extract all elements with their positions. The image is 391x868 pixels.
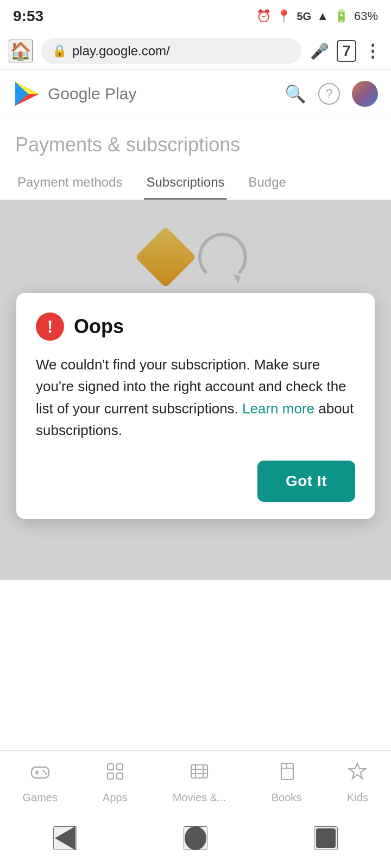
more-options-icon[interactable]: ⋮	[364, 41, 382, 61]
play-logo-icon	[13, 80, 41, 108]
nav-label-games: Games	[23, 792, 58, 804]
page-container: 9:53 ⏰ 📍 5G ▲ 🔋 63% 🏠 🔒 play.google.com/…	[0, 0, 391, 868]
recents-icon	[316, 828, 336, 848]
svg-rect-18	[281, 763, 293, 780]
status-icons: ⏰ 📍 5G ▲ 🔋 63%	[256, 9, 378, 23]
tabs-bar: Payment methods Subscriptions Budge	[0, 165, 391, 200]
svg-rect-9	[108, 764, 113, 770]
signal-icon: ▲	[317, 9, 329, 23]
location-icon: 📍	[276, 9, 291, 23]
svg-point-8	[45, 773, 47, 775]
status-bar: 9:53 ⏰ 📍 5G ▲ 🔋 63%	[0, 0, 391, 33]
nav-item-kids[interactable]: Kids	[346, 761, 368, 804]
page-title: Payments & subscriptions	[15, 133, 376, 156]
gplay-actions: 🔍 ?	[285, 81, 378, 107]
svg-rect-13	[191, 765, 207, 778]
got-it-button[interactable]: Got It	[257, 461, 355, 502]
nav-label-kids: Kids	[347, 792, 368, 804]
dialog-body: We couldn't find your subscription. Make…	[36, 354, 355, 441]
gplay-header: Google Play 🔍 ?	[0, 70, 391, 118]
exclamation-icon: !	[47, 318, 53, 335]
tab-payment-methods[interactable]: Payment methods	[5, 165, 134, 200]
home-icon	[185, 826, 206, 850]
gplay-name: Google Play	[48, 85, 136, 103]
nav-label-movies: Movies &...	[173, 792, 226, 804]
dialog-wrapper: ! Oops We couldn't find your subscriptio…	[0, 293, 391, 519]
alarm-icon: ⏰	[256, 9, 271, 23]
svg-rect-12	[117, 773, 123, 779]
dialog-title: Oops	[74, 315, 124, 338]
battery-text: 63%	[354, 9, 378, 23]
url-text: play.google.com/	[72, 43, 291, 59]
bottom-nav: Games Apps	[0, 750, 391, 814]
learn-more-link[interactable]: Learn more	[242, 400, 314, 417]
home-button[interactable]	[184, 826, 207, 850]
svg-marker-20	[349, 763, 365, 778]
tab-budget[interactable]: Budge	[237, 165, 298, 200]
browser-actions: 🎤 7 ⋮	[310, 40, 382, 62]
dialog-footer: Got It	[36, 461, 355, 502]
tab-subscriptions[interactable]: Subscriptions	[134, 165, 236, 200]
browser-bar: 🏠 🔒 play.google.com/ 🎤 7 ⋮	[0, 33, 391, 70]
page-title-section: Payments & subscriptions	[0, 118, 391, 156]
dialog-title-row: ! Oops	[36, 312, 355, 341]
lock-icon: 🔒	[52, 44, 67, 58]
nav-item-movies[interactable]: Movies &...	[173, 761, 226, 804]
recents-button[interactable]	[314, 826, 338, 850]
nav-item-books[interactable]: Books	[272, 761, 302, 804]
avatar[interactable]	[352, 81, 378, 107]
svg-rect-11	[108, 773, 113, 779]
url-bar[interactable]: 🔒 play.google.com/	[41, 38, 301, 64]
back-button[interactable]	[53, 826, 77, 850]
nav-label-apps: Apps	[103, 792, 128, 804]
nav-label-books: Books	[272, 792, 302, 804]
svg-rect-4	[31, 767, 49, 778]
movies-icon	[188, 761, 210, 787]
browser-home-button[interactable]: 🏠	[9, 40, 33, 62]
status-time: 9:53	[13, 8, 43, 25]
apps-icon	[104, 761, 126, 787]
help-icon[interactable]: ?	[318, 83, 340, 105]
svg-rect-10	[117, 764, 123, 770]
back-icon	[55, 826, 75, 850]
gplay-logo: Google Play	[13, 80, 136, 108]
nav-item-apps[interactable]: Apps	[103, 761, 128, 804]
system-nav	[0, 814, 391, 868]
error-icon: !	[36, 312, 64, 341]
books-icon	[276, 761, 298, 787]
search-icon[interactable]: 🔍	[285, 84, 306, 104]
microphone-icon[interactable]: 🎤	[310, 42, 329, 60]
kids-icon	[346, 761, 368, 787]
battery-icon: 🔋	[334, 9, 349, 23]
games-icon	[29, 761, 51, 787]
error-dialog: ! Oops We couldn't find your subscriptio…	[16, 293, 375, 519]
network-icon: 5G	[297, 10, 311, 23]
svg-point-7	[43, 770, 45, 773]
nav-item-games[interactable]: Games	[23, 761, 58, 804]
tab-count-badge[interactable]: 7	[337, 40, 356, 62]
